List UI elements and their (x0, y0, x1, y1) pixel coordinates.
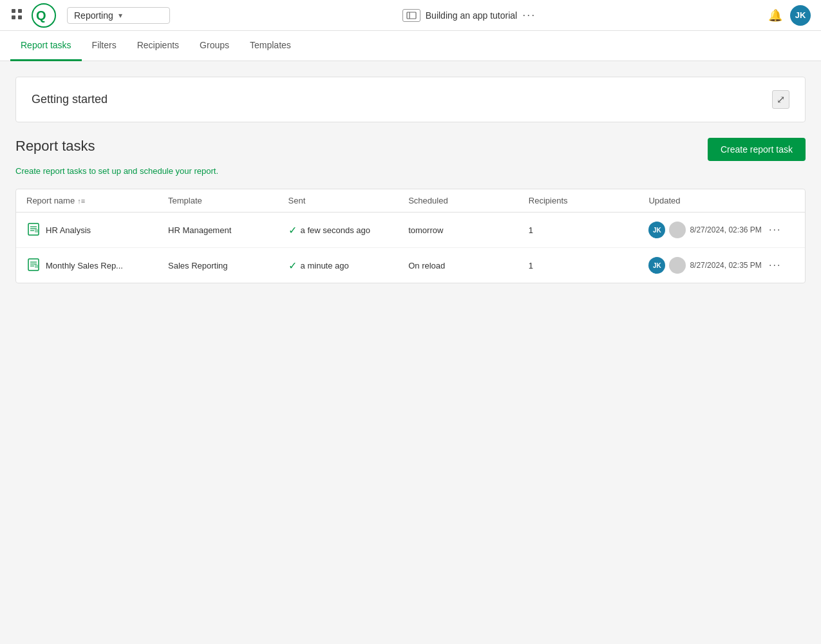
report-name-2: Monthly Sales Rep... (46, 261, 123, 270)
avatar-gray-2 (669, 257, 686, 274)
col-sent: Sent (288, 196, 409, 205)
tabs-bar: Report tasks Filters Recipients Groups T… (0, 31, 821, 61)
tab-report-tasks[interactable]: Report tasks (10, 31, 82, 61)
grid-icon[interactable] (10, 8, 23, 23)
main-content: Getting started ⤢ Report tasks Create re… (0, 61, 821, 299)
check-icon-2: ✓ (288, 260, 297, 272)
page-title: Report tasks (15, 138, 95, 155)
tutorial-more-icon[interactable]: ··· (522, 8, 536, 22)
date-1: 8/27/2024, 02:36 PM (690, 225, 761, 234)
svg-rect-1 (18, 9, 22, 13)
svg-rect-13 (35, 229, 38, 232)
cell-actions-2: ··· (769, 260, 795, 271)
tutorial-icon (402, 9, 420, 22)
cell-scheduled-2: On reload (408, 261, 529, 270)
tab-templates[interactable]: Templates (240, 31, 301, 61)
nav-center: Building an app tutorial ··· (170, 8, 768, 22)
tab-groups[interactable]: Groups (189, 31, 240, 61)
col-recipients: Recipients (529, 196, 649, 205)
svg-rect-18 (35, 265, 38, 268)
check-icon-1: ✓ (288, 224, 297, 236)
table-row: Monthly Sales Rep... Sales Reporting ✓ a… (16, 248, 805, 283)
cell-sent-1: ✓ a few seconds ago (288, 224, 409, 236)
cell-template-2: Sales Reporting (168, 261, 288, 270)
cell-actions-1: ··· (769, 224, 795, 236)
getting-started-title: Getting started (32, 93, 108, 106)
svg-rect-7 (407, 12, 416, 19)
top-nav: Q Reporting ▾ Building an app tutorial ·… (0, 0, 821, 31)
report-icon-1 (26, 222, 41, 238)
cell-updated-2: JK 8/27/2024, 02:35 PM (648, 257, 769, 274)
cell-scheduled-1: tomorrow (408, 225, 529, 235)
cell-recipients-1: 1 (529, 225, 649, 235)
col-template: Template (168, 196, 288, 205)
avatar-updated-2: JK (648, 257, 665, 274)
expand-button[interactable]: ⤢ (772, 90, 789, 109)
table-row: HR Analysis HR Management ✓ a few second… (16, 213, 805, 248)
sort-icon[interactable]: ↑≡ (77, 197, 85, 205)
cell-report-name-2: Monthly Sales Rep... (26, 258, 168, 274)
tab-recipients[interactable]: Recipients (127, 31, 189, 61)
section-subtitle: Create report tasks to set up and schedu… (15, 166, 806, 176)
qlik-logo: Q (31, 3, 57, 28)
more-button-2[interactable]: ··· (769, 260, 781, 271)
cell-updated-1: JK 8/27/2024, 02:36 PM (648, 222, 769, 238)
svg-rect-0 (12, 9, 15, 13)
app-selector[interactable]: Reporting ▾ (67, 7, 170, 24)
tab-filters[interactable]: Filters (82, 31, 127, 61)
report-name-1: HR Analysis (46, 225, 91, 235)
col-report-name: Report name ↑≡ (26, 196, 168, 205)
chevron-down-icon: ▾ (118, 11, 122, 20)
svg-rect-3 (18, 15, 22, 19)
bell-icon[interactable]: 🔔 (768, 8, 782, 23)
section-header: Report tasks Create report task (15, 138, 806, 161)
create-report-task-button[interactable]: Create report task (708, 138, 806, 161)
app-selector-text: Reporting (74, 10, 113, 21)
nav-right: 🔔 JK (768, 5, 811, 26)
cell-sent-2: ✓ a minute ago (288, 260, 409, 272)
avatar[interactable]: JK (790, 5, 811, 26)
table-header: Report name ↑≡ Template Sent Scheduled R… (16, 189, 805, 213)
getting-started-card: Getting started ⤢ (15, 77, 806, 122)
report-tasks-table: Report name ↑≡ Template Sent Scheduled R… (15, 189, 806, 283)
col-actions-header (769, 196, 795, 205)
more-button-1[interactable]: ··· (769, 224, 781, 236)
cell-report-name-1: HR Analysis (26, 222, 168, 238)
date-2: 8/27/2024, 02:35 PM (690, 261, 761, 270)
svg-rect-2 (12, 15, 15, 19)
svg-text:Q: Q (36, 8, 46, 23)
cell-template-1: HR Management (168, 225, 288, 235)
col-scheduled: Scheduled (408, 196, 529, 205)
col-updated: Updated (648, 196, 769, 205)
cell-recipients-2: 1 (529, 261, 649, 270)
report-icon-2 (26, 258, 41, 274)
avatar-gray-1 (669, 222, 686, 238)
tutorial-text: Building an app tutorial (426, 10, 517, 21)
avatar-updated-1: JK (648, 222, 665, 238)
